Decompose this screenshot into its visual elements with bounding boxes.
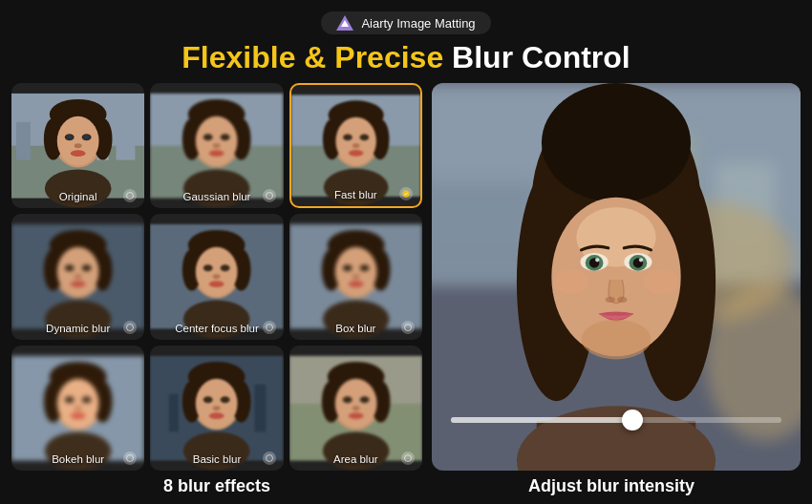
svg-point-133 <box>542 83 691 202</box>
svg-point-89 <box>75 406 82 410</box>
svg-rect-2 <box>16 122 31 160</box>
svg-point-90 <box>71 412 86 419</box>
title-highlight: Flexible & Precise <box>182 40 443 74</box>
app-logo-icon <box>336 15 353 31</box>
svg-point-144 <box>606 297 615 303</box>
svg-point-9 <box>57 116 99 166</box>
svg-point-13 <box>84 135 89 138</box>
svg-point-145 <box>617 297 627 303</box>
svg-point-104 <box>209 412 224 419</box>
svg-point-62 <box>203 265 213 272</box>
svg-point-87 <box>65 396 75 403</box>
svg-rect-94 <box>169 393 179 431</box>
app-badge: Aiarty Image Matting <box>321 11 490 34</box>
slider-fill <box>451 417 632 423</box>
svg-point-77 <box>348 281 363 287</box>
blur-item-box-check <box>401 321 415 334</box>
svg-point-75 <box>359 265 369 272</box>
svg-point-143 <box>639 258 643 262</box>
blur-item-box[interactable]: Box blur <box>289 214 422 339</box>
blur-item-fast[interactable]: Fast blur <box>289 83 422 208</box>
svg-point-14 <box>75 143 82 148</box>
svg-point-50 <box>65 265 75 272</box>
main-container: Aiarty Image Matting Flexible & Precise … <box>0 0 812 504</box>
svg-point-64 <box>213 275 221 280</box>
svg-point-40 <box>352 143 359 148</box>
blur-item-basic-check <box>263 452 276 465</box>
svg-point-86 <box>57 378 99 428</box>
svg-point-147 <box>553 270 588 294</box>
svg-point-55 <box>127 324 134 330</box>
title-rest: Blur Control <box>452 40 630 74</box>
svg-point-103 <box>213 406 221 410</box>
svg-point-146 <box>582 320 652 360</box>
svg-point-53 <box>71 281 86 287</box>
svg-point-52 <box>75 275 82 280</box>
svg-point-114 <box>342 396 352 403</box>
svg-point-115 <box>359 396 369 403</box>
footer-labels: 8 blur effects Adjust blur intensity <box>0 471 812 504</box>
svg-point-92 <box>127 454 134 461</box>
svg-point-100 <box>196 378 238 428</box>
footer-left-label: 8 blur effects <box>11 476 422 496</box>
svg-point-27 <box>213 143 221 148</box>
svg-point-116 <box>352 406 359 410</box>
svg-point-15 <box>71 150 86 157</box>
main-title: Flexible & Precise Blur Control <box>182 40 630 75</box>
svg-point-74 <box>342 265 352 272</box>
svg-point-67 <box>266 324 272 330</box>
svg-point-61 <box>196 247 238 297</box>
app-badge-text: Aiarty Image Matting <box>361 16 475 31</box>
footer-right-label: Adjust blur intensity <box>422 476 801 496</box>
svg-point-51 <box>82 265 92 272</box>
svg-point-24 <box>196 116 238 166</box>
content-area: Original <box>0 83 812 471</box>
svg-point-142 <box>595 258 599 262</box>
blur-item-gaussian[interactable]: Gaussian blur <box>150 83 283 208</box>
svg-point-39 <box>359 135 369 141</box>
svg-point-26 <box>221 134 230 140</box>
svg-point-73 <box>334 247 376 297</box>
blur-item-dynamic[interactable]: Dynamic blur <box>11 214 144 339</box>
svg-point-113 <box>334 378 376 428</box>
blur-grid: Original <box>11 83 422 471</box>
svg-point-37 <box>335 117 376 165</box>
svg-point-41 <box>349 150 363 157</box>
svg-point-76 <box>352 275 359 280</box>
svg-point-117 <box>348 412 363 419</box>
slider-thumb[interactable] <box>622 410 643 430</box>
svg-point-28 <box>209 150 224 157</box>
blur-item-original[interactable]: Original <box>11 83 144 208</box>
blur-item-gaussian-check <box>263 189 276 202</box>
blur-item-dynamic-check <box>123 321 137 334</box>
svg-point-12 <box>67 135 72 138</box>
svg-point-38 <box>343 135 353 141</box>
svg-point-63 <box>221 265 230 272</box>
svg-point-49 <box>57 247 99 297</box>
slider-track[interactable] <box>451 417 781 423</box>
svg-point-148 <box>643 270 678 294</box>
slider-container <box>451 417 781 423</box>
svg-point-102 <box>221 396 230 403</box>
svg-point-88 <box>82 396 92 403</box>
svg-point-119 <box>404 454 411 461</box>
blur-item-basic[interactable]: Basic blur <box>150 346 283 471</box>
svg-point-30 <box>266 193 272 200</box>
svg-point-106 <box>266 454 272 461</box>
blur-item-area[interactable]: Area blur <box>289 346 422 471</box>
svg-point-101 <box>203 396 213 403</box>
svg-point-65 <box>209 281 224 287</box>
blur-item-bokeh[interactable]: Bokeh blur <box>11 346 144 471</box>
preview-section <box>432 83 801 471</box>
svg-point-17 <box>127 193 134 200</box>
preview-image <box>432 83 801 471</box>
svg-point-25 <box>203 134 213 140</box>
blur-item-center[interactable]: Center focus blur <box>150 214 283 339</box>
header: Aiarty Image Matting Flexible & Precise … <box>182 0 630 75</box>
svg-rect-95 <box>255 384 267 431</box>
blur-item-center-check <box>263 321 276 334</box>
svg-rect-3 <box>116 117 135 160</box>
blur-item-area-check <box>401 452 415 465</box>
svg-point-79 <box>404 324 411 330</box>
